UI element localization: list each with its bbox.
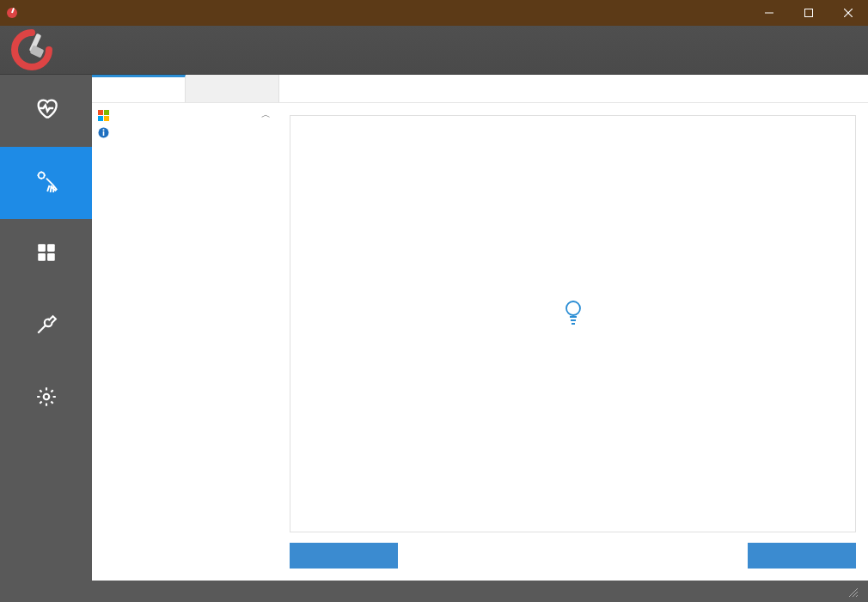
svg-rect-14 (98, 110, 103, 115)
app-window: ︿ (0, 0, 868, 602)
main: ︿ (92, 103, 868, 581)
close-button[interactable] (828, 0, 868, 26)
registry-icon (35, 241, 58, 264)
svg-rect-12 (47, 253, 55, 261)
action-bar (290, 543, 856, 569)
sidebar-item-options[interactable] (0, 363, 92, 435)
info-icon (97, 126, 109, 138)
svg-point-20 (102, 129, 104, 131)
svg-point-21 (566, 301, 580, 315)
windows-logo-icon (97, 109, 109, 121)
minimize-button[interactable] (749, 0, 789, 26)
svg-point-13 (43, 394, 49, 400)
titlebar (0, 0, 868, 26)
svg-rect-16 (98, 116, 103, 121)
run-cleaner-button[interactable] (748, 543, 856, 569)
svg-rect-10 (47, 244, 55, 252)
clean-tree[interactable]: ︿ (92, 103, 278, 581)
app-icon (5, 6, 19, 20)
svg-line-24 (856, 595, 858, 597)
tab-applications[interactable] (186, 75, 279, 102)
svg-rect-19 (102, 131, 104, 136)
lightbulb-icon (562, 298, 584, 325)
svg-rect-17 (104, 116, 109, 121)
chevron-up-icon[interactable]: ︿ (261, 108, 271, 121)
resize-grip-icon[interactable] (847, 587, 858, 597)
content: ︿ (92, 75, 868, 581)
sidebar-item-tools[interactable] (0, 291, 92, 363)
header (0, 26, 868, 75)
info-panel (290, 115, 856, 532)
svg-rect-3 (805, 9, 813, 17)
sidebar-item-health-check[interactable] (0, 75, 92, 147)
sidebar-item-registry[interactable] (0, 219, 92, 291)
group-system[interactable] (92, 106, 278, 124)
svg-rect-9 (38, 244, 46, 252)
tab-windows[interactable] (92, 75, 186, 102)
svg-rect-15 (104, 110, 109, 115)
maximize-button[interactable] (789, 0, 828, 26)
tabs (92, 75, 868, 103)
app-logo (10, 26, 67, 74)
wrench-icon (35, 313, 58, 336)
group-advanced[interactable] (92, 124, 278, 141)
right-pane (278, 103, 868, 581)
body: ︿ (0, 75, 868, 581)
sidebar-item-custom-clean[interactable] (0, 147, 92, 219)
heart-icon (34, 96, 58, 120)
footer (0, 581, 868, 602)
gear-icon (35, 386, 58, 408)
svg-rect-11 (38, 253, 46, 261)
analyze-button[interactable] (290, 543, 398, 569)
brush-gear-icon (34, 168, 58, 192)
sidebar (0, 75, 92, 581)
